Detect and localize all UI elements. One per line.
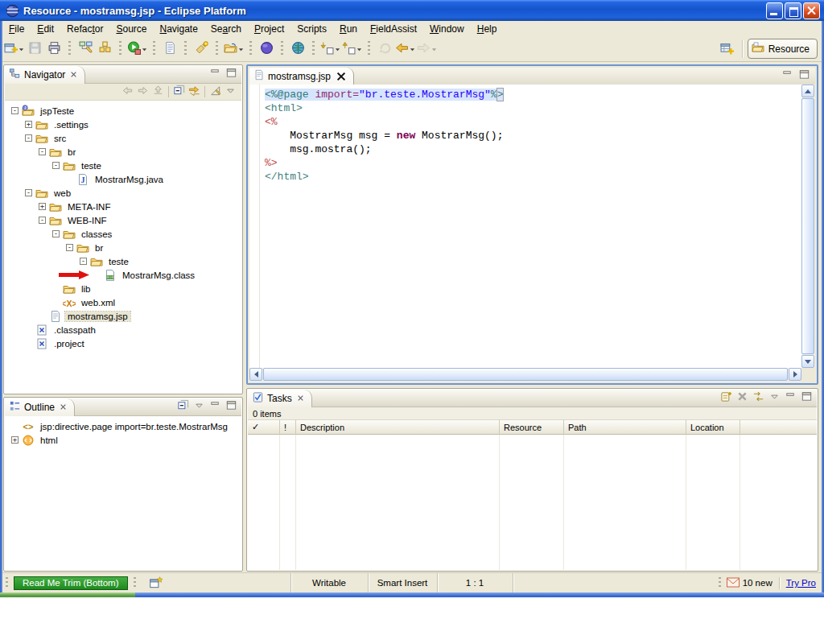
tree-expander[interactable]: - (11, 107, 19, 114)
column-header-completed[interactable]: ✓ (248, 420, 280, 435)
tree-expander[interactable]: + (39, 203, 46, 210)
navigator-item-project[interactable]: .project (5, 336, 241, 350)
open-perspective-button[interactable] (718, 39, 737, 59)
navigator-item-meta-inf[interactable]: +META-INF (5, 200, 241, 213)
column-header-priority[interactable]: ! (280, 420, 296, 435)
menu-item-refactor[interactable]: Refactor (60, 22, 109, 36)
trim-grip[interactable] (719, 577, 721, 589)
menu-item-project[interactable]: Project (248, 22, 290, 36)
minimize-button[interactable] (766, 2, 783, 19)
navigator-item-jspteste[interactable]: -JjspTeste (5, 104, 241, 118)
nav-forward-button[interactable] (417, 39, 437, 59)
print-button[interactable] (45, 39, 63, 59)
navigator-maximize-button[interactable] (224, 68, 239, 82)
dropdown-arrow-icon[interactable] (335, 47, 340, 52)
menu-item-navigate[interactable]: Navigate (153, 22, 204, 36)
navigator-item-teste[interactable]: -teste (5, 254, 241, 268)
scroll-right-button[interactable] (789, 368, 801, 381)
navigator-forward-button[interactable] (135, 85, 150, 99)
navigator-tree[interactable]: -JjspTeste+.settings-src-br-testeJMostra… (5, 101, 241, 393)
outline-item-jsp-directive-page-import-br-teste-mostrarmsg[interactable]: <>jsp:directive.page import=br.teste.Mos… (5, 419, 241, 433)
mail-notification[interactable]: 10 new (727, 577, 772, 589)
close-icon[interactable] (60, 403, 67, 411)
tree-expander[interactable]: - (52, 162, 60, 169)
outline-maximize-button[interactable] (224, 400, 239, 415)
run-button[interactable] (127, 39, 147, 59)
navigator-menu-arrow-button[interactable] (223, 85, 238, 99)
tree-expander[interactable]: - (66, 244, 73, 251)
editor-minimize-button[interactable] (780, 69, 795, 84)
navigator-back-button[interactable] (120, 85, 135, 99)
tab-tasks[interactable]: Tasks (248, 390, 312, 407)
readme-trim-button[interactable]: Read Me Trim (Bottom) (14, 576, 128, 590)
restore-button[interactable] (785, 2, 801, 19)
export-button[interactable] (342, 39, 362, 59)
tree-expander[interactable]: + (11, 436, 19, 444)
editor-horizontal-scrollbar[interactable] (249, 368, 801, 382)
close-icon[interactable] (70, 71, 77, 78)
navigator-minimize-button[interactable] (208, 68, 223, 82)
navigator-item-mostrarmsg-class[interactable]: 010MostrarMsg.class (5, 268, 241, 282)
last-edit-button[interactable] (376, 39, 393, 59)
import-button[interactable] (320, 39, 340, 59)
tree-expander[interactable]: - (52, 230, 60, 237)
menu-item-fieldassist[interactable]: FieldAssist (364, 22, 423, 36)
globe-button[interactable] (289, 39, 307, 59)
tasks-minimize-button[interactable] (783, 391, 798, 406)
navigator-link-editor-button[interactable] (187, 85, 202, 99)
outline-item-html[interactable]: +html (5, 433, 241, 447)
navigator-item-settings[interactable]: +.settings (5, 118, 241, 131)
scroll-up-button[interactable] (801, 85, 814, 97)
menu-item-search[interactable]: Search (204, 22, 248, 36)
scroll-left-button[interactable] (249, 368, 262, 381)
navigator-item-teste[interactable]: -teste (5, 159, 241, 172)
menu-item-file[interactable]: File (2, 22, 31, 36)
tab-mostramsg-jsp[interactable]: mostramsg.jsp (249, 68, 354, 85)
outline-menu-arrow-button[interactable] (192, 400, 207, 415)
navigator-collapse-all-button[interactable] (171, 85, 187, 99)
column-header-path[interactable]: Path (564, 420, 686, 435)
tasks-add-task-button[interactable] (719, 391, 734, 406)
menu-item-source[interactable]: Source (109, 22, 153, 36)
nav-back-button[interactable] (395, 39, 415, 59)
tree-expander[interactable]: - (25, 189, 32, 196)
column-header-description[interactable]: Description (296, 420, 500, 435)
tasks-delete-button[interactable] (735, 391, 750, 406)
trim-grip[interactable] (6, 577, 8, 589)
dropdown-arrow-icon[interactable] (19, 47, 24, 52)
tree-expander[interactable]: - (80, 258, 87, 265)
tree-expander[interactable]: - (39, 148, 46, 155)
scroll-thumb[interactable] (801, 98, 814, 354)
scroll-down-button[interactable] (801, 355, 814, 368)
scroll-thumb[interactable] (263, 368, 788, 381)
close-button[interactable] (803, 2, 820, 19)
tasks-menu-arrow-button[interactable] (767, 391, 782, 406)
menu-item-help[interactable]: Help (471, 22, 504, 36)
navigator-item-lib[interactable]: lib (5, 282, 241, 295)
column-header-spacer[interactable] (740, 420, 817, 435)
perspective-resource-button[interactable]: Resource (748, 39, 818, 59)
navigator-item-classes[interactable]: -classes (5, 227, 241, 241)
dropdown-arrow-icon[interactable] (410, 47, 415, 52)
navigator-filter-button[interactable] (208, 85, 223, 99)
outline-collapse-all-button[interactable] (175, 400, 191, 415)
navigator-item-mostramsg-jsp[interactable]: mostramsg.jsp (5, 309, 241, 323)
package-button[interactable] (96, 39, 113, 59)
torch-button[interactable] (192, 39, 210, 59)
navigator-item-br[interactable]: -br (5, 241, 241, 254)
menu-item-window[interactable]: Window (423, 22, 471, 36)
tab-navigator[interactable]: Navigator (5, 66, 85, 84)
navigator-item-web[interactable]: -web (5, 186, 241, 200)
editor-maximize-button[interactable] (797, 69, 812, 84)
java-tool-button[interactable] (76, 39, 94, 59)
menu-item-edit[interactable]: Edit (31, 22, 60, 36)
navigator-item-src[interactable]: -src (5, 131, 241, 145)
tree-expander[interactable]: + (25, 121, 32, 128)
save-button[interactable] (26, 39, 43, 59)
dropdown-arrow-icon[interactable] (142, 47, 147, 52)
tree-expander[interactable]: - (39, 217, 46, 224)
sphere-button[interactable] (258, 39, 275, 59)
column-header-location[interactable]: Location (686, 420, 740, 435)
tasks-maximize-button[interactable] (799, 391, 814, 406)
editor-content[interactable]: <%@page import="br.teste.MostrarMsg"%><h… (249, 85, 801, 368)
